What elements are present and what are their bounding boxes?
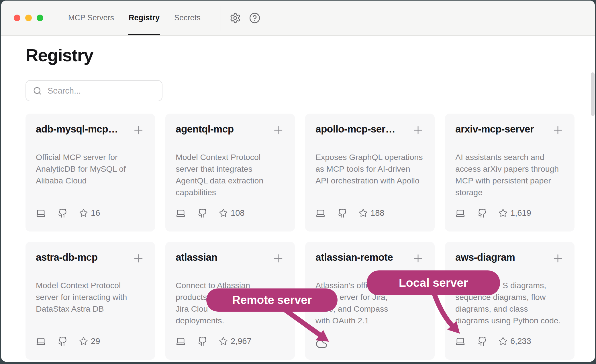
star-count: 16 — [91, 208, 100, 218]
question-icon — [249, 12, 260, 24]
server-meta: 188 — [315, 208, 384, 218]
description-line: API orchestration with Apollo — [315, 175, 424, 187]
registry-page: Registry adb-mysql-mcp… Official MCP ser… — [1, 36, 595, 362]
description-line: Alibaba Cloud — [36, 175, 145, 187]
star-count: 29 — [91, 337, 100, 346]
server-card[interactable]: aws-diagram S diagrams,sequence diagrams… — [445, 242, 575, 360]
github-icon — [338, 208, 347, 218]
server-description: Exposes GraphQL operationsas MCP tools f… — [315, 151, 424, 187]
server-name: apollo-mcp-ser… — [315, 123, 395, 135]
star-icon — [499, 209, 507, 217]
server-card[interactable]: astra-db-mcp Model Context Protocolserve… — [26, 242, 155, 360]
server-description: Model Context Protocolserver that integr… — [176, 151, 285, 198]
minimize-button[interactable] — [25, 15, 32, 21]
nav-tabs: MCP Servers Registry Secrets — [68, 1, 201, 35]
remote-server-callout: Remote server — [206, 288, 338, 312]
star-icon — [219, 337, 228, 346]
description-line: AnalyticDB for MySQL of — [36, 163, 145, 175]
server-meta: 16 — [36, 208, 100, 218]
search-input[interactable] — [47, 86, 151, 96]
server-meta: 1,619 — [455, 208, 531, 218]
star-count: 108 — [231, 208, 244, 218]
star-icon — [79, 337, 88, 346]
server-meta — [315, 336, 328, 350]
github-icon — [58, 208, 68, 218]
description-line: storage — [455, 187, 564, 198]
server-meta: 6,233 — [455, 336, 531, 346]
laptop-icon — [176, 336, 186, 346]
github-icon — [477, 208, 487, 218]
star-icon — [219, 209, 228, 217]
server-name: agentql-mcp — [176, 123, 234, 135]
github-icon — [198, 208, 207, 218]
server-name: atlassian — [176, 252, 217, 263]
description-line: with OAuth 2.1 — [315, 315, 424, 327]
card-header: atlassian — [176, 252, 285, 265]
github-icon — [58, 337, 68, 346]
description-line: deployments. — [176, 315, 285, 327]
add-server-button[interactable] — [412, 124, 424, 136]
callout-label: Remote server — [232, 294, 312, 306]
server-name: adb-mysql-mcp… — [36, 123, 118, 135]
star-count: 188 — [370, 208, 384, 218]
server-name: aws-diagram — [455, 252, 515, 263]
server-meta: 2,967 — [176, 336, 252, 346]
star-icon — [499, 337, 507, 346]
tab-label: MCP Servers — [68, 13, 114, 22]
tab-secrets[interactable]: Secrets — [174, 1, 201, 35]
tab-mcp-servers[interactable]: MCP Servers — [68, 1, 115, 35]
laptop-icon — [315, 208, 326, 218]
add-server-button[interactable] — [272, 124, 285, 136]
add-server-button[interactable] — [552, 252, 564, 265]
star-icon — [359, 209, 368, 217]
description-line: AI assistants search and — [455, 151, 564, 163]
zoom-button[interactable] — [37, 15, 43, 21]
close-button[interactable] — [14, 15, 20, 21]
laptop-icon — [455, 336, 465, 346]
page-title: Registry — [26, 36, 595, 64]
server-name: astra-db-mcp — [36, 252, 98, 263]
add-server-button[interactable] — [132, 252, 145, 265]
search-box[interactable] — [26, 80, 162, 101]
description-line: as MCP tools for AI-driven — [315, 163, 424, 175]
tab-label: Registry — [129, 13, 160, 22]
active-tab-underline — [128, 34, 160, 35]
tab-registry[interactable]: Registry — [128, 1, 160, 35]
laptop-icon — [36, 336, 46, 346]
window-controls — [14, 15, 43, 21]
github-icon — [477, 337, 487, 346]
help-button[interactable] — [249, 12, 260, 24]
laptop-icon — [36, 208, 46, 218]
server-card[interactable]: adb-mysql-mcp… Official MCP server forAn… — [26, 114, 155, 232]
add-server-button[interactable] — [412, 252, 424, 265]
cloud-icon — [315, 338, 328, 350]
app-window: MCP Servers Registry Secrets Registry ad — [1, 1, 595, 362]
add-server-button[interactable] — [552, 124, 564, 136]
description-line: DataStax Astra DB — [36, 303, 145, 315]
server-card[interactable]: agentql-mcp Model Context Protocolserver… — [165, 114, 295, 232]
description-line: capabilities — [176, 187, 285, 198]
add-server-button[interactable] — [272, 252, 285, 265]
scrollbar-thumb[interactable] — [591, 72, 595, 116]
description-line: Model Context Protocol — [176, 151, 285, 163]
header-divider — [221, 6, 221, 31]
server-card[interactable]: arxiv-mcp-server AI assistants search an… — [445, 114, 575, 232]
laptop-icon — [176, 208, 186, 218]
star-icon — [79, 209, 88, 217]
server-description: Model Context Protocolserver for interac… — [36, 280, 145, 315]
server-name: arxiv-mcp-server — [455, 123, 534, 135]
card-header: apollo-mcp-ser… — [315, 123, 424, 136]
description-line: Model Context Protocol — [36, 280, 145, 291]
card-header: aws-diagram — [455, 252, 564, 265]
settings-button[interactable] — [230, 12, 241, 24]
star-count: 2,967 — [231, 337, 252, 346]
laptop-icon — [455, 208, 465, 218]
local-server-callout: Local server — [367, 270, 500, 295]
description-line: server for interacting with — [36, 291, 145, 303]
star-count: 1,619 — [510, 208, 531, 218]
star-count: 6,233 — [510, 337, 531, 346]
add-server-button[interactable] — [132, 124, 145, 136]
server-description: Official MCP server forAnalyticDB for My… — [36, 151, 145, 187]
server-card[interactable]: apollo-mcp-ser… Exposes GraphQL operatio… — [305, 114, 435, 232]
description-line: Official MCP server for — [36, 151, 145, 163]
